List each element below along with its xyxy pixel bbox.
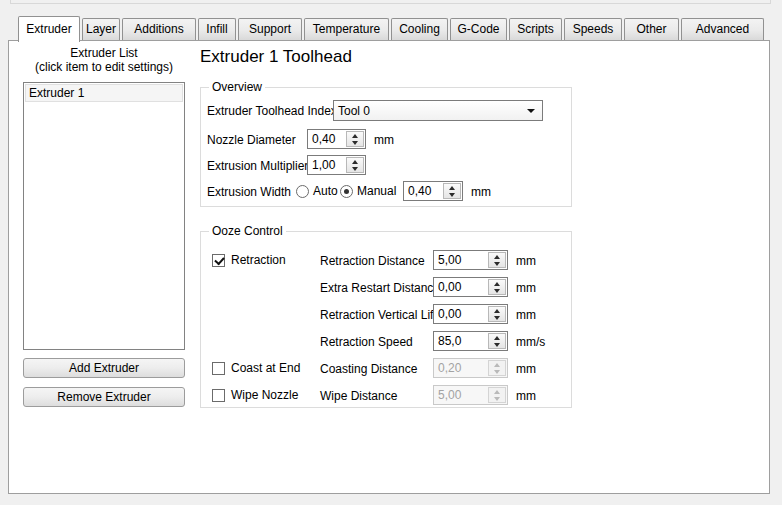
toolhead-index-value: Tool 0 [338, 104, 527, 118]
spinner-up-icon [489, 361, 505, 368]
spinner-down-icon[interactable] [489, 260, 505, 267]
spinner-down-icon [489, 368, 505, 375]
extruder-list[interactable]: Extruder 1 [23, 82, 185, 350]
remove-extruder-button[interactable]: Remove Extruder [23, 387, 185, 407]
spinner-down-icon[interactable] [444, 191, 460, 198]
retraction-vertical-lift-unit: mm [516, 308, 536, 322]
spinner-up-icon[interactable] [347, 132, 363, 139]
spinner-buttons[interactable] [488, 306, 506, 322]
spinner-up-icon [489, 388, 505, 395]
extra-restart-distance-value: 0,00 [434, 278, 487, 296]
coasting-distance-value: 0,20 [434, 359, 487, 377]
extruder-list-title: Extruder List [23, 46, 185, 60]
tab-gcode[interactable]: G-Code [450, 18, 507, 40]
extruder-list-header: Extruder List (click item to edit settin… [23, 46, 185, 74]
spinner-down-icon[interactable] [489, 341, 505, 348]
spinner-down-icon[interactable] [347, 139, 363, 146]
clipped-panel-edge [10, 0, 771, 4]
spinner-buttons[interactable] [488, 252, 506, 268]
nozzle-diameter-unit: mm [374, 133, 394, 147]
page-title: Extruder 1 Toolhead [200, 47, 352, 67]
extruder-toolhead-index-select[interactable]: Tool 0 [333, 100, 543, 121]
wipe-distance-label: Wipe Distance [320, 389, 397, 403]
tab-layer[interactable]: Layer [82, 18, 120, 40]
tab-advanced[interactable]: Advanced [681, 18, 764, 40]
nozzle-diameter-label: Nozzle Diameter [207, 133, 296, 147]
spinner-down-icon[interactable] [489, 287, 505, 294]
spinner-down-icon[interactable] [489, 314, 505, 321]
tab-other[interactable]: Other [624, 18, 679, 40]
nozzle-diameter-input[interactable]: 0,40 [307, 129, 366, 149]
tab-extruder[interactable]: Extruder [18, 16, 80, 42]
wipe-nozzle-checkbox-label: Wipe Nozzle [231, 388, 298, 402]
retraction-speed-unit: mm/s [516, 335, 545, 349]
extra-restart-distance-input[interactable]: 0,00 [433, 277, 508, 297]
spinner-up-icon[interactable] [347, 158, 363, 165]
wipe-nozzle-checkbox[interactable] [212, 389, 225, 402]
extrusion-width-auto-option[interactable]: Auto [296, 181, 338, 201]
wipe-distance-unit: mm [516, 389, 536, 403]
retraction-checkbox-row[interactable]: Retraction [212, 250, 286, 270]
coast-at-end-checkbox[interactable] [212, 362, 225, 375]
radio-manual[interactable] [340, 185, 353, 198]
coasting-distance-unit: mm [516, 362, 536, 376]
coast-at-end-checkbox-row[interactable]: Coast at End [212, 358, 300, 378]
tab-cooling[interactable]: Cooling [391, 18, 448, 40]
retraction-speed-value: 85,0 [434, 332, 487, 350]
extrusion-multiplier-label: Extrusion Multiplier [207, 159, 308, 173]
wipe-nozzle-checkbox-row[interactable]: Wipe Nozzle [212, 385, 298, 405]
toolhead-index-label: Extruder Toolhead Index [207, 104, 337, 118]
retraction-vertical-lift-value: 0,00 [434, 305, 487, 323]
tab-speeds[interactable]: Speeds [564, 18, 622, 40]
extruder-list-subtitle: (click item to edit settings) [23, 60, 185, 74]
retraction-checkbox-label: Retraction [231, 253, 286, 267]
spinner-buttons [488, 360, 506, 376]
extrusion-multiplier-value: 1,00 [308, 156, 345, 174]
retraction-vertical-lift-input[interactable]: 0,00 [433, 304, 508, 324]
overview-group-label: Overview [209, 80, 265, 94]
ooze-control-group-label: Ooze Control [209, 224, 286, 238]
manual-radio-label: Manual [357, 184, 396, 198]
retraction-checkbox[interactable] [212, 254, 225, 267]
retraction-vertical-lift-label: Retraction Vertical Lift [320, 308, 437, 322]
spinner-up-icon[interactable] [444, 184, 460, 191]
tab-support[interactable]: Support [238, 18, 302, 40]
extrusion-width-unit: mm [471, 185, 491, 199]
extrusion-width-manual-option[interactable]: Manual [340, 181, 396, 201]
extra-restart-distance-label: Extra Restart Distance [320, 281, 440, 295]
coasting-distance-label: Coasting Distance [320, 362, 417, 376]
nozzle-diameter-spinner[interactable] [346, 131, 364, 147]
settings-tab-bar: Extruder Layer Additions Infill Support … [18, 15, 766, 41]
extrusion-multiplier-input[interactable]: 1,00 [307, 155, 366, 175]
tab-infill[interactable]: Infill [198, 18, 236, 40]
spinner-buttons[interactable] [488, 333, 506, 349]
retraction-distance-input[interactable]: 5,00 [433, 250, 508, 270]
tab-additions[interactable]: Additions [122, 18, 196, 40]
extra-restart-distance-unit: mm [516, 281, 536, 295]
spinner-down-icon[interactable] [347, 165, 363, 172]
extrusion-width-input[interactable]: 0,40 [403, 181, 463, 201]
retraction-speed-label: Retraction Speed [320, 335, 413, 349]
spinner-up-icon[interactable] [489, 334, 505, 341]
extrusion-width-label: Extrusion Width [207, 185, 291, 199]
spinner-up-icon[interactable] [489, 280, 505, 287]
retraction-speed-input[interactable]: 85,0 [433, 331, 508, 351]
coasting-distance-input: 0,20 [433, 358, 508, 378]
auto-radio-label: Auto [313, 184, 338, 198]
retraction-distance-unit: mm [516, 254, 536, 268]
radio-auto[interactable] [296, 185, 309, 198]
extrusion-width-spinner[interactable] [443, 183, 461, 199]
wipe-distance-value: 5,00 [434, 386, 487, 404]
list-item-extruder-1[interactable]: Extruder 1 [25, 84, 183, 102]
nozzle-diameter-value: 0,40 [308, 130, 345, 148]
wipe-distance-input: 5,00 [433, 385, 508, 405]
tab-scripts[interactable]: Scripts [509, 18, 562, 40]
spinner-up-icon[interactable] [489, 307, 505, 314]
spinner-up-icon[interactable] [489, 253, 505, 260]
tab-temperature[interactable]: Temperature [304, 18, 389, 40]
chevron-down-icon [527, 109, 535, 113]
extrusion-multiplier-spinner[interactable] [346, 157, 364, 173]
add-extruder-button[interactable]: Add Extruder [23, 358, 185, 378]
retraction-distance-label: Retraction Distance [320, 254, 425, 268]
spinner-buttons[interactable] [488, 279, 506, 295]
